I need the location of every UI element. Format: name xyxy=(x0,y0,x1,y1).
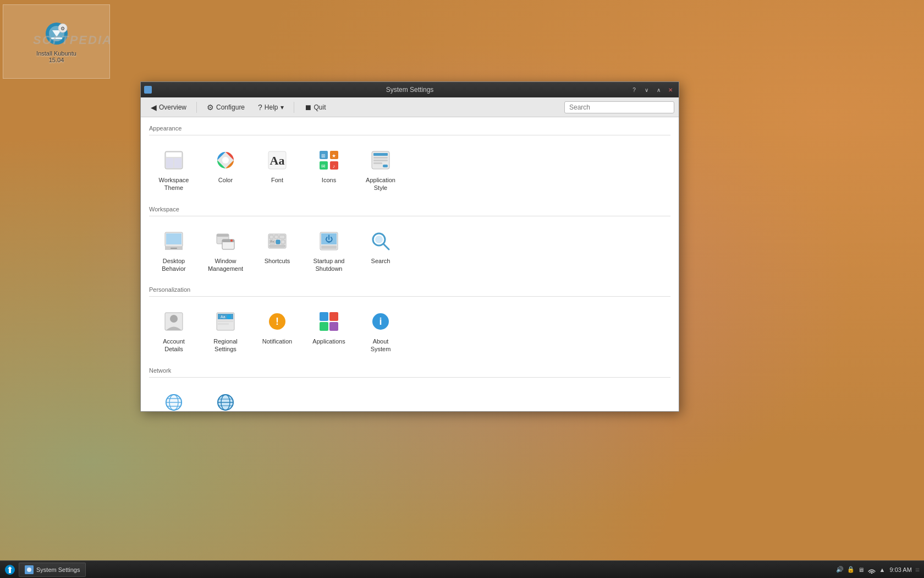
svg-point-10 xyxy=(222,157,229,163)
personalization-section: Personalization AccountDetails xyxy=(149,284,670,361)
svg-rect-22 xyxy=(373,153,388,156)
workspace-theme-item[interactable]: WorkspaceTheme xyxy=(149,142,199,197)
startup-shutdown-item[interactable]: ⏻ Startup andShutdown xyxy=(304,223,354,278)
help-dropdown-icon: ▾ xyxy=(280,103,284,111)
svg-rect-38 xyxy=(274,235,278,239)
svg-rect-48 xyxy=(321,246,337,249)
start-button[interactable] xyxy=(2,562,18,577)
network-settings-item[interactable]: Settings xyxy=(149,384,199,411)
configure-button[interactable]: ⚙ Configure xyxy=(201,101,250,114)
taskbar-settings-label: System Settings xyxy=(36,566,80,573)
network-tray-icon[interactable] xyxy=(867,565,876,575)
font-item[interactable]: Aa Font xyxy=(252,142,302,197)
appearance-section-header: Appearance xyxy=(149,123,670,135)
security-icon[interactable]: 🔒 xyxy=(847,566,855,573)
title-dot xyxy=(144,86,152,94)
title-bar-controls: ? ∨ ∧ ✕ xyxy=(629,85,675,95)
connectivity-icon xyxy=(212,389,239,411)
notification-item[interactable]: ! Notification xyxy=(252,303,302,358)
taskbar-tray: 🔊 🔒 🖥 ▲ xyxy=(833,565,889,575)
account-details-label: AccountDetails xyxy=(163,337,185,353)
taskbar-settings-item[interactable]: System Settings xyxy=(19,563,86,577)
svg-rect-43 xyxy=(270,245,285,247)
icons-item[interactable]: ⊞ ★ ✉ ♪ Icons xyxy=(304,142,354,197)
shortcuts-label: Shortcuts xyxy=(265,257,290,265)
svg-point-53 xyxy=(170,315,178,323)
svg-rect-65 xyxy=(329,322,338,331)
window-management-item[interactable]: WindowManagement xyxy=(201,223,250,278)
overview-button[interactable]: ◀ Overview xyxy=(145,101,192,114)
workspace-section-header: Workspace xyxy=(149,204,670,216)
account-details-item[interactable]: AccountDetails xyxy=(149,303,199,358)
about-system-icon: i xyxy=(367,308,394,335)
application-style-item[interactable]: ApplicationStyle xyxy=(356,142,405,197)
applications-label: Applications xyxy=(312,337,345,345)
settings-content: Appearance WorkspaceTheme xyxy=(141,117,679,411)
svg-rect-8 xyxy=(174,158,182,168)
svg-rect-32 xyxy=(217,234,229,237)
help-window-button[interactable]: ? xyxy=(629,85,639,95)
arrow-tray-icon[interactable]: ▲ xyxy=(879,566,886,573)
appearance-section: Appearance WorkspaceTheme xyxy=(149,123,670,199)
search-item[interactable]: Search xyxy=(356,223,405,278)
softpedia-watermark: SOFTPEDIA xyxy=(33,33,112,47)
svg-rect-59 xyxy=(217,324,234,330)
font-icon: Aa xyxy=(264,147,290,173)
svg-text:⏻: ⏻ xyxy=(325,235,333,243)
network-items: Settings Connectivity xyxy=(149,382,670,411)
workspace-section: Workspace DesktopBehavior xyxy=(149,204,670,280)
svg-text:!: ! xyxy=(276,316,279,327)
notification-icon: ! xyxy=(264,308,290,335)
maximize-button[interactable]: ∧ xyxy=(653,85,663,95)
volume-icon[interactable]: 🔊 xyxy=(836,566,844,573)
about-system-label: AboutSystem xyxy=(371,337,391,353)
svg-point-51 xyxy=(375,236,383,243)
svg-point-35 xyxy=(230,239,233,242)
workspace-theme-icon xyxy=(161,147,187,173)
account-details-icon xyxy=(161,308,187,335)
applications-item[interactable]: Applications xyxy=(304,303,354,358)
settings-window: System Settings ? ∨ ∧ ✕ ◀ Overview ⚙ Con… xyxy=(140,81,679,412)
startup-shutdown-label: Startup andShutdown xyxy=(314,257,345,273)
svg-text:Fn: Fn xyxy=(270,240,274,243)
applications-icon xyxy=(316,308,342,335)
quit-button[interactable]: ⏹ Quit xyxy=(299,101,332,114)
regional-settings-item[interactable]: Aa 🌐 RegionalSettings xyxy=(201,303,250,358)
taskbar-menu-icon[interactable]: ≡ xyxy=(915,565,920,574)
svg-rect-41 xyxy=(276,240,280,244)
search-icon-item xyxy=(367,228,394,254)
help-button[interactable]: ? Help ▾ xyxy=(252,101,289,114)
desktop-behavior-item[interactable]: DesktopBehavior xyxy=(149,223,199,278)
shortcuts-item[interactable]: Fn Shortcuts xyxy=(252,223,302,278)
svg-rect-7 xyxy=(166,158,173,168)
about-system-item[interactable]: i AboutSystem xyxy=(356,303,405,358)
title-bar-left xyxy=(144,86,152,94)
color-icon xyxy=(212,147,239,173)
svg-text:Aa 🌐: Aa 🌐 xyxy=(221,314,232,319)
svg-rect-23 xyxy=(373,157,388,159)
desktop-behavior-icon xyxy=(161,228,187,254)
svg-rect-29 xyxy=(166,233,182,244)
svg-text:✉: ✉ xyxy=(321,163,326,169)
svg-point-73 xyxy=(166,395,182,410)
startup-shutdown-icon: ⏻ xyxy=(316,228,342,254)
svg-point-101 xyxy=(27,568,31,572)
configure-icon: ⚙ xyxy=(207,103,214,112)
taskbar-settings-icon xyxy=(25,565,34,574)
application-style-label: ApplicationStyle xyxy=(366,176,395,192)
color-item[interactable]: Color xyxy=(201,142,250,197)
install-kubuntu-label: Install Kubuntu 15.04 xyxy=(36,50,76,63)
search-input[interactable] xyxy=(564,101,674,113)
display-tray-icon[interactable]: 🖥 xyxy=(858,566,864,573)
svg-text:i: i xyxy=(379,316,382,327)
close-button[interactable]: ✕ xyxy=(666,85,675,95)
minimize-button[interactable]: ∨ xyxy=(641,85,651,95)
svg-text:★: ★ xyxy=(332,153,336,159)
connectivity-item[interactable]: Connectivity xyxy=(201,384,250,411)
svg-rect-64 xyxy=(320,322,328,331)
svg-rect-39 xyxy=(279,235,285,239)
svg-line-50 xyxy=(383,244,389,249)
application-style-icon xyxy=(367,147,394,173)
regional-settings-label: RegionalSettings xyxy=(213,337,237,353)
window-management-icon xyxy=(212,228,239,254)
